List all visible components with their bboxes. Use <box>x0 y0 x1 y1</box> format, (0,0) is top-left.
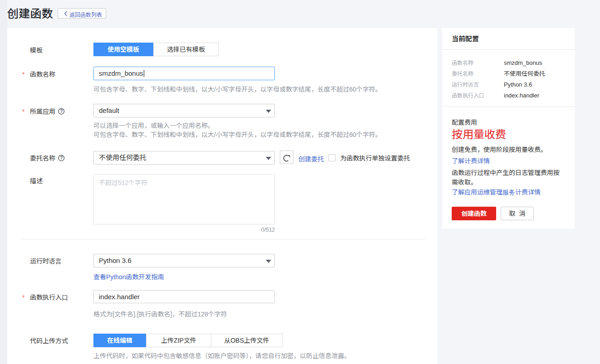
svg-text:?: ? <box>60 155 63 160</box>
svg-text:?: ? <box>60 109 63 114</box>
